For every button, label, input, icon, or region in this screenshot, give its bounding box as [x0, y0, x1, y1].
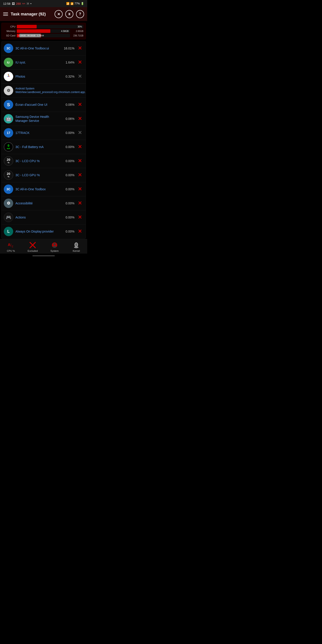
app-cpu: 0.06% — [61, 103, 74, 106]
app-icon: 20 % — [4, 156, 13, 166]
pause-button[interactable]: ⏸ — [65, 10, 73, 18]
kill-button[interactable]: ✕ — [76, 158, 84, 164]
kill-button[interactable]: ✕ — [76, 129, 84, 136]
list-item: ⚙ Android System WebView:sandboxed_proce… — [2, 84, 86, 98]
nav-kernel[interactable]: Kernel — [66, 241, 88, 252]
battery-icon: 🔋 — [81, 2, 84, 5]
app-icon: 0 mA — [4, 142, 13, 152]
app-icon — [4, 72, 13, 81]
kill-button[interactable]: ✕ — [76, 45, 84, 52]
memory-label: Memory — [4, 30, 16, 32]
app-cpu: 0.00% — [61, 216, 74, 219]
app-name: Samsung Device Health Manager Service — [16, 115, 61, 123]
x-icon: ✕ — [78, 187, 82, 192]
resource-section: CPU 30% Memory 4.58GB 2.65GB SD Card 11.… — [1, 23, 86, 39]
svg-point-10 — [53, 246, 56, 248]
memory-free: 2.65GB — [71, 30, 84, 32]
cpu-percent: 30% — [78, 26, 82, 28]
kill-button[interactable]: ✕ — [76, 200, 84, 207]
list-item: L Always On Display:provider 0.00% ✕ — [2, 224, 86, 238]
list-item: 3C 3C All-in-One Toolbox 0.00% ✕ — [2, 182, 86, 196]
app-name: 3C - LCD GPU % — [16, 173, 61, 177]
kill-button[interactable]: ✕ — [76, 59, 84, 66]
apps-list: 3C 3C All-in-One Toolbox:ui 16.01% ✕ IU … — [1, 41, 86, 238]
app-cpu: 0.00% — [61, 188, 74, 191]
kill-button[interactable]: ✕ — [76, 143, 84, 150]
kill-button[interactable]: ✕ — [76, 186, 84, 193]
app-icon: 20 % — [4, 170, 13, 180]
status-bar: 12:58 🖼 288 mA 38 • 📶 📶 77% 🔋 — [0, 0, 87, 7]
list-item: S Écran d'accueil One UI 0.06% ✕ — [2, 98, 86, 112]
memory-row: Memory 4.58GB 2.65GB — [4, 29, 84, 33]
app-name: IU syst. — [16, 60, 61, 64]
kill-button[interactable]: ✕ — [76, 101, 84, 108]
app-name: Always On Display:provider — [16, 230, 61, 234]
app-cpu: 16.01% — [61, 46, 74, 50]
menu-button[interactable] — [3, 12, 8, 16]
list-item: ⚙ Accessibilité 0.00% ✕ — [2, 196, 86, 210]
kill-button[interactable]: ✕ — [76, 73, 84, 80]
memory-bar: 4.58GB — [17, 29, 70, 33]
app-name: Android System WebView:sandboxed_process… — [16, 87, 86, 94]
app-icon: 3C — [4, 44, 13, 53]
excluded-nav-icon — [28, 241, 37, 249]
app-name: 3C - LCD CPU % — [16, 159, 61, 163]
x-icon: ✕ — [78, 215, 82, 220]
app-cpu: 0.00% — [61, 145, 74, 149]
cpu-label: CPU — [4, 25, 16, 28]
cpu-nav-icon: A | Z — [7, 241, 15, 249]
page-title: Task manager (92) — [11, 12, 52, 16]
nav-excluded[interactable]: Excluded — [22, 241, 44, 252]
wifi-icon: 📶 — [66, 2, 70, 5]
nav-cpu-label: CPU % — [7, 250, 15, 252]
sdcard-seg2-label: 98.30GB — [28, 34, 36, 37]
app-cpu: 0.06% — [61, 117, 74, 120]
nav-cpu[interactable]: A | Z CPU % — [0, 241, 22, 252]
app-icon: 🤖 — [4, 114, 13, 124]
app-name: 17TRACK — [16, 131, 61, 135]
svg-point-9 — [54, 243, 56, 245]
app-icon: ⚙ — [4, 86, 13, 95]
list-item: 20 % 3C - LCD CPU % 0.00% ✕ — [2, 154, 86, 168]
status-left: 12:58 🖼 288 mA 38 • — [3, 2, 31, 5]
app-name: Photos — [16, 74, 61, 78]
app-cpu: 1.64% — [61, 60, 74, 64]
app-cpu: 0.00% — [61, 159, 74, 163]
list-item: 20 % 3C - LCD GPU % 0.00% ✕ — [2, 168, 86, 182]
sdcard-total: 236.71GB — [71, 34, 84, 37]
svg-text:A: A — [8, 243, 10, 247]
x-icon: ✕ — [78, 46, 82, 51]
list-item: 0 mA 3C - Full Battery mA 0.00% ✕ — [2, 140, 86, 154]
svg-text:IU: IU — [7, 61, 10, 64]
home-bar — [32, 255, 55, 256]
kill-button[interactable]: ✕ — [76, 172, 84, 179]
list-item: IU IU syst. 1.64% ✕ — [2, 56, 86, 70]
app-icon: 3C — [4, 184, 13, 194]
app-cpu: 0.00% — [61, 131, 74, 134]
x-icon: ✕ — [78, 201, 82, 206]
cpu-row: CPU 30% — [4, 25, 84, 28]
sdcard-seg3-label: 1.78GB — [37, 34, 44, 37]
app-cpu: 0.00% — [61, 230, 74, 233]
notif-unit: mA — [22, 2, 25, 5]
kill-button[interactable]: ✕ — [76, 115, 84, 122]
home-indicator — [0, 254, 87, 258]
kernel-nav-icon — [72, 241, 80, 249]
cpu-bar-fill — [17, 25, 37, 28]
sdcard-seg1-label: 11.68GB — [18, 34, 26, 37]
kill-button[interactable]: ✕ — [76, 214, 84, 221]
app-icon: L — [4, 227, 13, 236]
close-button[interactable]: ✕ — [54, 10, 62, 18]
app-name: Accessibilité — [16, 201, 61, 205]
list-item: 3C 3C All-in-One Toolbox:ui 16.01% ✕ — [2, 41, 86, 56]
nav-system-label: System — [50, 250, 58, 252]
help-button[interactable]: ? — [76, 10, 84, 18]
kill-button[interactable]: ✕ — [76, 228, 84, 235]
app-icon: ⚙ — [4, 198, 13, 208]
toolbar: Task manager (92) ✕ ⏸ ? — [0, 7, 87, 21]
app-icon: S — [4, 100, 13, 109]
status-right: 📶 📶 77% 🔋 — [66, 2, 84, 5]
app-name: 3C - Full Battery mA — [16, 145, 61, 149]
x-icon: ✕ — [78, 74, 82, 79]
nav-system[interactable]: System — [44, 241, 66, 252]
